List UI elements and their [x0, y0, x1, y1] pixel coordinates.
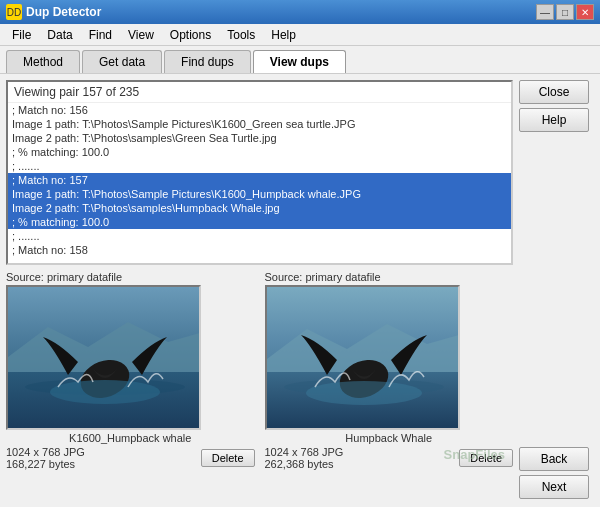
image1-svg	[8, 287, 201, 430]
window-controls: — □ ✕	[536, 4, 594, 20]
list-header: Viewing pair 157 of 235	[8, 82, 511, 103]
image2-box	[265, 285, 460, 430]
svg-point-5	[50, 380, 160, 404]
image1-info: 1024 x 768 JPG 168,227 bytes	[6, 446, 85, 470]
image-section: Source: primary datafile	[6, 271, 513, 470]
image2-label: Humpback Whale	[265, 432, 514, 444]
title-bar: DD Dup Detector — □ ✕	[0, 0, 600, 24]
image-panel-1: Source: primary datafile	[6, 271, 255, 470]
list-item-selected[interactable]: Image 2 path: T:\Photos\samples\Humpback…	[8, 201, 511, 215]
right-panel: Close Help Back Next	[519, 80, 594, 499]
image2-source: Source: primary datafile	[265, 271, 514, 283]
next-button[interactable]: Next	[519, 475, 589, 499]
image2-svg	[267, 287, 460, 430]
image1-dimensions: 1024 x 768 JPG	[6, 446, 85, 458]
tab-method[interactable]: Method	[6, 50, 80, 73]
list-item[interactable]: Image 1 path: T:\Photos\Sample Pictures\…	[8, 117, 511, 131]
menu-find[interactable]: Find	[81, 26, 120, 44]
list-item-selected[interactable]: Image 1 path: T:\Photos\Sample Pictures\…	[8, 187, 511, 201]
window-title: Dup Detector	[26, 5, 536, 19]
app-icon: DD	[6, 4, 22, 20]
svg-point-11	[306, 381, 422, 405]
tab-bar: Method Get data Find dups View dups	[0, 46, 600, 74]
image2-delete-button[interactable]: Delete	[459, 449, 513, 467]
image1-box	[6, 285, 201, 430]
menu-tools[interactable]: Tools	[219, 26, 263, 44]
list-item[interactable]: ; .......	[8, 229, 511, 243]
image2-info: 1024 x 768 JPG 262,368 bytes	[265, 446, 344, 470]
menu-view[interactable]: View	[120, 26, 162, 44]
list-item[interactable]: ; .......	[8, 159, 511, 173]
list-scroll[interactable]: ; Match no: 156 Image 1 path: T:\Photos\…	[8, 103, 511, 262]
list-item-selected[interactable]: ; % matching: 100.0	[8, 215, 511, 229]
maximize-button[interactable]: □	[556, 4, 574, 20]
image1-info-row: 1024 x 768 JPG 168,227 bytes Delete	[6, 446, 255, 470]
list-item[interactable]: ; Match no: 156	[8, 103, 511, 117]
image-panel-2: Source: primary datafile	[265, 271, 514, 470]
menu-options[interactable]: Options	[162, 26, 219, 44]
menu-bar: File Data Find View Options Tools Help	[0, 24, 600, 46]
minimize-button[interactable]: —	[536, 4, 554, 20]
list-area[interactable]: Viewing pair 157 of 235 ; Match no: 156 …	[6, 80, 513, 265]
image1-label: K1600_Humpback whale	[6, 432, 255, 444]
list-item[interactable]: ; % matching: 100.0	[8, 145, 511, 159]
list-item-selected[interactable]: ; Match no: 157	[8, 173, 511, 187]
image1-delete-button[interactable]: Delete	[201, 449, 255, 467]
tab-view-dups[interactable]: View dups	[253, 50, 346, 73]
image1-source: Source: primary datafile	[6, 271, 255, 283]
close-button[interactable]: Close	[519, 80, 589, 104]
help-button[interactable]: Help	[519, 108, 589, 132]
menu-data[interactable]: Data	[39, 26, 80, 44]
tab-get-data[interactable]: Get data	[82, 50, 162, 73]
left-panel: Viewing pair 157 of 235 ; Match no: 156 …	[6, 80, 513, 499]
image1-size: 168,227 bytes	[6, 458, 85, 470]
tab-find-dups[interactable]: Find dups	[164, 50, 251, 73]
list-item[interactable]: ; Match no: 158	[8, 243, 511, 257]
list-item[interactable]: Image 2 path: T:\Photos\samples\Green Se…	[8, 131, 511, 145]
image2-size: 262,368 bytes	[265, 458, 344, 470]
main-content: Viewing pair 157 of 235 ; Match no: 156 …	[0, 74, 600, 505]
image2-info-row: 1024 x 768 JPG 262,368 bytes Delete	[265, 446, 514, 470]
menu-file[interactable]: File	[4, 26, 39, 44]
menu-help[interactable]: Help	[263, 26, 304, 44]
image2-dimensions: 1024 x 768 JPG	[265, 446, 344, 458]
back-button[interactable]: Back	[519, 447, 589, 471]
close-window-button[interactable]: ✕	[576, 4, 594, 20]
